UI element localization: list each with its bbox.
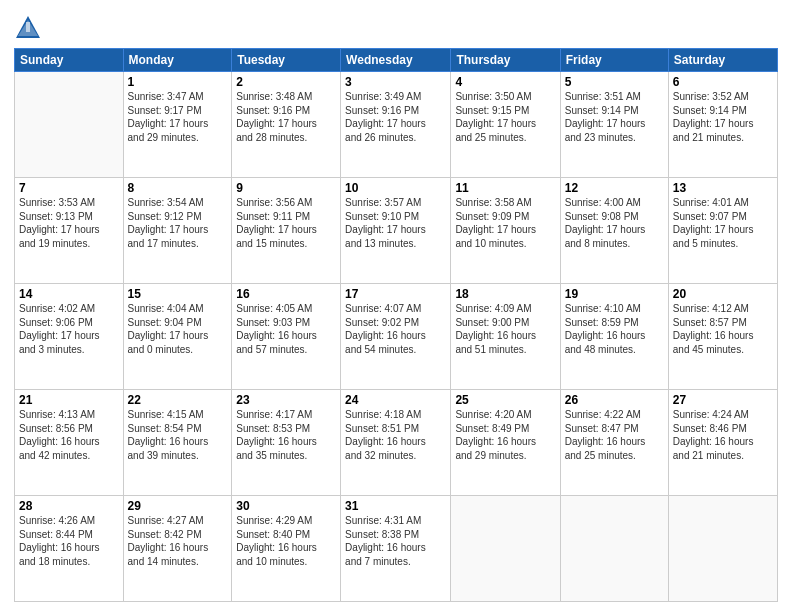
day-number: 21	[19, 393, 119, 407]
day-number: 26	[565, 393, 664, 407]
calendar-cell: 2Sunrise: 3:48 AM Sunset: 9:16 PM Daylig…	[232, 72, 341, 178]
day-number: 27	[673, 393, 773, 407]
day-number: 15	[128, 287, 228, 301]
header	[14, 10, 778, 42]
calendar-cell: 9Sunrise: 3:56 AM Sunset: 9:11 PM Daylig…	[232, 178, 341, 284]
calendar-cell: 16Sunrise: 4:05 AM Sunset: 9:03 PM Dayli…	[232, 284, 341, 390]
day-number: 14	[19, 287, 119, 301]
day-info: Sunrise: 4:17 AM Sunset: 8:53 PM Dayligh…	[236, 408, 336, 462]
day-info: Sunrise: 3:58 AM Sunset: 9:09 PM Dayligh…	[455, 196, 555, 250]
day-number: 3	[345, 75, 446, 89]
day-number: 30	[236, 499, 336, 513]
calendar-cell: 31Sunrise: 4:31 AM Sunset: 8:38 PM Dayli…	[341, 496, 451, 602]
calendar-cell: 21Sunrise: 4:13 AM Sunset: 8:56 PM Dayli…	[15, 390, 124, 496]
calendar-cell: 17Sunrise: 4:07 AM Sunset: 9:02 PM Dayli…	[341, 284, 451, 390]
calendar-cell: 24Sunrise: 4:18 AM Sunset: 8:51 PM Dayli…	[341, 390, 451, 496]
calendar-cell: 7Sunrise: 3:53 AM Sunset: 9:13 PM Daylig…	[15, 178, 124, 284]
calendar-cell: 5Sunrise: 3:51 AM Sunset: 9:14 PM Daylig…	[560, 72, 668, 178]
calendar-cell: 29Sunrise: 4:27 AM Sunset: 8:42 PM Dayli…	[123, 496, 232, 602]
svg-rect-2	[26, 22, 30, 32]
day-number: 6	[673, 75, 773, 89]
day-number: 28	[19, 499, 119, 513]
day-number: 23	[236, 393, 336, 407]
calendar-cell: 1Sunrise: 3:47 AM Sunset: 9:17 PM Daylig…	[123, 72, 232, 178]
calendar-cell: 10Sunrise: 3:57 AM Sunset: 9:10 PM Dayli…	[341, 178, 451, 284]
logo-icon	[14, 14, 42, 42]
calendar-week-row: 14Sunrise: 4:02 AM Sunset: 9:06 PM Dayli…	[15, 284, 778, 390]
day-info: Sunrise: 4:12 AM Sunset: 8:57 PM Dayligh…	[673, 302, 773, 356]
calendar-cell: 11Sunrise: 3:58 AM Sunset: 9:09 PM Dayli…	[451, 178, 560, 284]
calendar-cell: 30Sunrise: 4:29 AM Sunset: 8:40 PM Dayli…	[232, 496, 341, 602]
day-info: Sunrise: 4:18 AM Sunset: 8:51 PM Dayligh…	[345, 408, 446, 462]
day-info: Sunrise: 4:15 AM Sunset: 8:54 PM Dayligh…	[128, 408, 228, 462]
calendar-cell: 27Sunrise: 4:24 AM Sunset: 8:46 PM Dayli…	[668, 390, 777, 496]
day-info: Sunrise: 4:04 AM Sunset: 9:04 PM Dayligh…	[128, 302, 228, 356]
calendar-cell: 26Sunrise: 4:22 AM Sunset: 8:47 PM Dayli…	[560, 390, 668, 496]
calendar-cell	[560, 496, 668, 602]
weekday-header: Saturday	[668, 49, 777, 72]
day-info: Sunrise: 4:01 AM Sunset: 9:07 PM Dayligh…	[673, 196, 773, 250]
calendar-cell: 12Sunrise: 4:00 AM Sunset: 9:08 PM Dayli…	[560, 178, 668, 284]
day-info: Sunrise: 3:51 AM Sunset: 9:14 PM Dayligh…	[565, 90, 664, 144]
day-number: 22	[128, 393, 228, 407]
day-number: 2	[236, 75, 336, 89]
calendar-cell: 22Sunrise: 4:15 AM Sunset: 8:54 PM Dayli…	[123, 390, 232, 496]
calendar-cell: 18Sunrise: 4:09 AM Sunset: 9:00 PM Dayli…	[451, 284, 560, 390]
weekday-header: Sunday	[15, 49, 124, 72]
day-info: Sunrise: 4:22 AM Sunset: 8:47 PM Dayligh…	[565, 408, 664, 462]
day-number: 7	[19, 181, 119, 195]
logo	[14, 14, 44, 42]
day-info: Sunrise: 4:07 AM Sunset: 9:02 PM Dayligh…	[345, 302, 446, 356]
day-info: Sunrise: 3:57 AM Sunset: 9:10 PM Dayligh…	[345, 196, 446, 250]
calendar-cell: 20Sunrise: 4:12 AM Sunset: 8:57 PM Dayli…	[668, 284, 777, 390]
day-info: Sunrise: 4:26 AM Sunset: 8:44 PM Dayligh…	[19, 514, 119, 568]
day-info: Sunrise: 4:02 AM Sunset: 9:06 PM Dayligh…	[19, 302, 119, 356]
day-info: Sunrise: 3:49 AM Sunset: 9:16 PM Dayligh…	[345, 90, 446, 144]
day-number: 12	[565, 181, 664, 195]
calendar-cell: 13Sunrise: 4:01 AM Sunset: 9:07 PM Dayli…	[668, 178, 777, 284]
day-info: Sunrise: 4:27 AM Sunset: 8:42 PM Dayligh…	[128, 514, 228, 568]
day-number: 1	[128, 75, 228, 89]
page: SundayMondayTuesdayWednesdayThursdayFrid…	[0, 0, 792, 612]
day-number: 10	[345, 181, 446, 195]
calendar-cell: 23Sunrise: 4:17 AM Sunset: 8:53 PM Dayli…	[232, 390, 341, 496]
calendar-week-row: 1Sunrise: 3:47 AM Sunset: 9:17 PM Daylig…	[15, 72, 778, 178]
day-info: Sunrise: 3:56 AM Sunset: 9:11 PM Dayligh…	[236, 196, 336, 250]
day-number: 8	[128, 181, 228, 195]
day-number: 5	[565, 75, 664, 89]
weekday-header: Tuesday	[232, 49, 341, 72]
day-info: Sunrise: 4:10 AM Sunset: 8:59 PM Dayligh…	[565, 302, 664, 356]
day-info: Sunrise: 4:24 AM Sunset: 8:46 PM Dayligh…	[673, 408, 773, 462]
calendar-table: SundayMondayTuesdayWednesdayThursdayFrid…	[14, 48, 778, 602]
day-number: 16	[236, 287, 336, 301]
calendar-cell: 19Sunrise: 4:10 AM Sunset: 8:59 PM Dayli…	[560, 284, 668, 390]
calendar-cell: 14Sunrise: 4:02 AM Sunset: 9:06 PM Dayli…	[15, 284, 124, 390]
calendar-cell: 8Sunrise: 3:54 AM Sunset: 9:12 PM Daylig…	[123, 178, 232, 284]
day-info: Sunrise: 3:50 AM Sunset: 9:15 PM Dayligh…	[455, 90, 555, 144]
day-info: Sunrise: 4:20 AM Sunset: 8:49 PM Dayligh…	[455, 408, 555, 462]
day-info: Sunrise: 3:53 AM Sunset: 9:13 PM Dayligh…	[19, 196, 119, 250]
calendar-cell: 25Sunrise: 4:20 AM Sunset: 8:49 PM Dayli…	[451, 390, 560, 496]
calendar-cell: 15Sunrise: 4:04 AM Sunset: 9:04 PM Dayli…	[123, 284, 232, 390]
day-info: Sunrise: 4:05 AM Sunset: 9:03 PM Dayligh…	[236, 302, 336, 356]
day-info: Sunrise: 4:09 AM Sunset: 9:00 PM Dayligh…	[455, 302, 555, 356]
day-info: Sunrise: 3:47 AM Sunset: 9:17 PM Dayligh…	[128, 90, 228, 144]
calendar-cell: 3Sunrise: 3:49 AM Sunset: 9:16 PM Daylig…	[341, 72, 451, 178]
day-number: 13	[673, 181, 773, 195]
calendar-cell: 6Sunrise: 3:52 AM Sunset: 9:14 PM Daylig…	[668, 72, 777, 178]
day-number: 31	[345, 499, 446, 513]
calendar-cell	[15, 72, 124, 178]
weekday-header: Friday	[560, 49, 668, 72]
day-number: 20	[673, 287, 773, 301]
calendar-cell: 4Sunrise: 3:50 AM Sunset: 9:15 PM Daylig…	[451, 72, 560, 178]
calendar-week-row: 28Sunrise: 4:26 AM Sunset: 8:44 PM Dayli…	[15, 496, 778, 602]
weekday-header: Monday	[123, 49, 232, 72]
weekday-header: Thursday	[451, 49, 560, 72]
calendar-cell: 28Sunrise: 4:26 AM Sunset: 8:44 PM Dayli…	[15, 496, 124, 602]
calendar-week-row: 21Sunrise: 4:13 AM Sunset: 8:56 PM Dayli…	[15, 390, 778, 496]
day-number: 4	[455, 75, 555, 89]
day-number: 25	[455, 393, 555, 407]
day-number: 9	[236, 181, 336, 195]
day-info: Sunrise: 3:54 AM Sunset: 9:12 PM Dayligh…	[128, 196, 228, 250]
day-number: 18	[455, 287, 555, 301]
